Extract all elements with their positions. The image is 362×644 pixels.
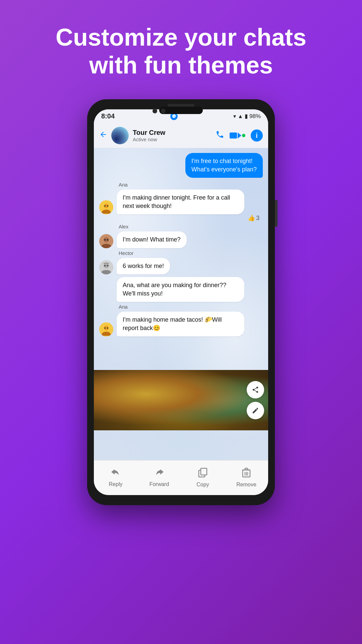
- ana-second-message-text: I'm making home made tacos! 🌮Will report…: [117, 312, 244, 336]
- svg-point-7: [107, 239, 109, 240]
- reply-icon: [111, 468, 121, 480]
- forward-icon: [154, 468, 164, 480]
- share-button[interactable]: [247, 381, 264, 398]
- reaction-count: 3: [256, 215, 259, 222]
- svg-point-14: [104, 327, 106, 329]
- camera-left: [153, 109, 157, 113]
- messenger-icon: [170, 113, 178, 120]
- status-bar: 8:04 ▾ ▲ ▮ 98%: [94, 109, 268, 123]
- hector-message-group: Hector 6 works for: [99, 250, 263, 302]
- svg-point-6: [104, 239, 106, 240]
- battery-icon: ▮: [245, 113, 248, 120]
- alex-message-group: Alex I'm down! What time?: [99, 224, 263, 248]
- sender-name-ana2: Ana: [119, 304, 263, 310]
- svg-point-2: [104, 205, 106, 207]
- headline-line1: Customize your chats: [56, 24, 306, 51]
- battery-level: 98%: [249, 113, 261, 120]
- ana-message-group: Ana I'm making dinner tonight. Free: [99, 182, 263, 222]
- ana-message-row: I'm making dinner tonight. Free for a ca…: [99, 190, 263, 214]
- forward-action[interactable]: Forward: [146, 468, 173, 487]
- back-button[interactable]: [99, 130, 107, 141]
- svg-point-11: [107, 265, 109, 266]
- copy-icon: [198, 468, 207, 480]
- reply-action[interactable]: Reply: [102, 468, 129, 487]
- video-call-button[interactable]: [230, 132, 245, 139]
- copy-action[interactable]: Copy: [189, 468, 216, 488]
- outgoing-message-row: I'm free to chat tonight!What's everyone…: [99, 153, 263, 178]
- info-button[interactable]: i: [251, 129, 263, 142]
- svg-point-10: [104, 265, 106, 266]
- signal-icon: ▲: [238, 113, 243, 119]
- reply-label: Reply: [109, 481, 123, 487]
- outgoing-message: I'm free to chat tonight!What's everyone…: [185, 153, 263, 178]
- edit-button[interactable]: [247, 402, 264, 419]
- chat-area: I'm free to chat tonight!What's everyone…: [94, 148, 268, 460]
- chat-header: Tour Crew Active now i: [94, 123, 268, 148]
- food-photo-image: [94, 370, 268, 430]
- avatar-hector: [99, 260, 113, 274]
- avatar-ana2: [99, 322, 113, 336]
- sender-name-alex: Alex: [119, 224, 263, 229]
- header-info: Tour Crew Active now: [133, 129, 212, 142]
- side-button-right: [275, 200, 278, 227]
- forward-label: Forward: [149, 481, 169, 487]
- hector-message-text2: Ana, what are you making for dinner?? We…: [117, 277, 244, 302]
- remove-label: Remove: [236, 482, 256, 488]
- copy-label: Copy: [196, 482, 209, 488]
- wifi-icon: ▾: [233, 113, 236, 119]
- camera-right: [161, 109, 166, 113]
- sender-name-ana: Ana: [119, 182, 263, 187]
- reaction-row: 👍 3: [99, 214, 259, 222]
- phone-speaker: [168, 104, 194, 107]
- hector-message-row1: 6 works for me!: [99, 258, 263, 274]
- headline-line2: with fun themes: [89, 52, 273, 78]
- status-icons: [170, 113, 178, 120]
- reaction-emoji: 👍: [248, 214, 255, 222]
- phone-shell: 8:04 ▾ ▲ ▮ 98%: [87, 99, 275, 505]
- avatar-ana: [99, 200, 113, 214]
- ana-second-message-row: I'm making home made tacos! 🌮Will report…: [99, 312, 263, 336]
- headline: Customize your chats with fun themes: [29, 0, 333, 99]
- svg-point-15: [107, 327, 108, 329]
- remove-action[interactable]: Remove: [233, 468, 260, 488]
- svg-point-3: [107, 205, 108, 207]
- group-avatar[interactable]: [111, 127, 129, 144]
- hector-message-row2: Ana, what are you making for dinner?? We…: [99, 277, 263, 302]
- phone-screen: 8:04 ▾ ▲ ▮ 98%: [94, 109, 268, 495]
- side-actions: [247, 381, 264, 419]
- alex-message-row: I'm down! What time?: [99, 231, 263, 248]
- avatar-alex: [99, 234, 113, 248]
- ana-message-text: I'm making dinner tonight. Free for a ca…: [117, 190, 244, 214]
- header-actions: i: [216, 129, 263, 142]
- svg-rect-17: [201, 468, 207, 475]
- ana-second-message-group: Ana I'm making home made tacos! 🌮Wi: [99, 304, 263, 336]
- status-time: 8:04: [101, 112, 115, 120]
- phone-call-button[interactable]: [216, 130, 224, 141]
- group-name: Tour Crew: [133, 129, 212, 137]
- status-right: ▾ ▲ ▮ 98%: [233, 113, 261, 120]
- chat-messages: I'm free to chat tonight!What's everyone…: [94, 148, 268, 341]
- group-status: Active now: [133, 137, 212, 142]
- food-photo: [94, 370, 268, 430]
- remove-icon: [242, 468, 251, 480]
- sender-name-hector: Hector: [119, 250, 263, 256]
- hector-message-text1: 6 works for me!: [117, 258, 170, 274]
- alex-message-text: I'm down! What time?: [117, 231, 187, 248]
- bottom-action-bar: Reply Forward Copy: [94, 460, 268, 495]
